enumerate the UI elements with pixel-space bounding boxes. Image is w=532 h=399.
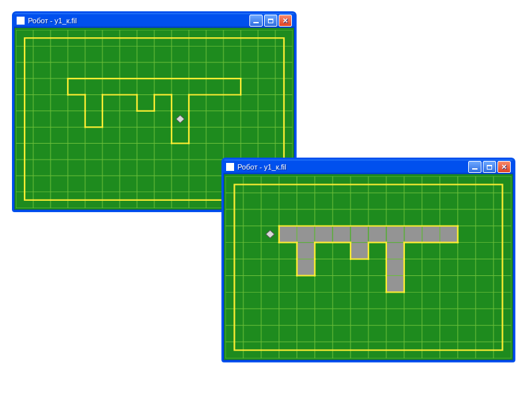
painted-cell — [351, 226, 368, 242]
painted-cell — [279, 226, 297, 242]
maximize-button[interactable] — [264, 15, 277, 27]
painted-cell — [386, 226, 404, 242]
maximize-button[interactable] — [483, 161, 496, 173]
window-buttons: × — [249, 15, 292, 27]
maximize-icon — [268, 19, 273, 23]
titlebar[interactable]: Робот - y1_к.fil× — [223, 160, 513, 174]
painted-cell — [386, 259, 404, 275]
painted-cell — [333, 226, 350, 242]
window-title: Робот - y1_к.fil — [237, 163, 468, 171]
close-icon: × — [501, 163, 507, 171]
painted-cell — [422, 226, 440, 242]
minimize-icon — [253, 22, 259, 23]
painted-cell — [386, 243, 404, 259]
robot-window: Робот - y1_к.fil× — [221, 158, 515, 362]
painted-cell — [351, 243, 368, 259]
window-buttons: × — [468, 161, 511, 173]
minimize-button[interactable] — [249, 15, 263, 27]
painted-cell — [297, 226, 315, 242]
painted-cell — [386, 276, 404, 292]
app-icon — [17, 17, 25, 25]
painted-cell — [315, 226, 332, 242]
minimize-icon — [472, 168, 477, 170]
painted-cell — [404, 226, 422, 242]
close-button[interactable]: × — [497, 161, 511, 173]
close-button[interactable]: × — [279, 15, 292, 27]
painted-cell — [369, 226, 386, 242]
maximize-icon — [487, 165, 492, 170]
minimize-button[interactable] — [468, 161, 481, 173]
painted-cell — [297, 259, 315, 275]
titlebar[interactable]: Робот - y1_к.fil× — [14, 13, 295, 28]
app-icon — [226, 163, 234, 171]
close-icon: × — [283, 17, 288, 25]
window-title: Робот - y1_к.fil — [28, 17, 249, 25]
painted-cell — [297, 243, 315, 259]
field-canvas[interactable] — [225, 176, 511, 358]
painted-cell — [440, 226, 458, 242]
